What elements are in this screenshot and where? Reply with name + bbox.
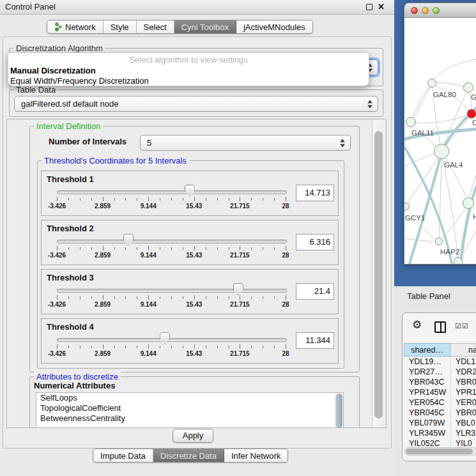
threshold-value-field[interactable]: 11.344 (296, 332, 334, 349)
cell-shared-name: YBL079W (409, 418, 450, 427)
slider-thumb[interactable] (185, 185, 195, 197)
threshold-value-field[interactable]: 14.713 (296, 185, 334, 201)
slider-tick (217, 247, 218, 250)
slider-tick (194, 295, 195, 300)
vertical-scrollbar-track[interactable] (372, 119, 385, 427)
table-row[interactable]: YBR045CYBR0 (404, 408, 476, 418)
node-label: GAL4 (444, 161, 463, 169)
slider-tick (91, 296, 92, 299)
attribute-item[interactable]: TopologicalCoefficient (36, 403, 343, 413)
slider-tick-label: 9.144 (129, 203, 167, 210)
network-edge[interactable] (441, 151, 468, 203)
network-edge[interactable] (404, 238, 439, 242)
table-data-combobox[interactable]: galFiltered.sif default node (14, 96, 378, 112)
zoom-button[interactable] (433, 7, 440, 14)
network-edge[interactable] (411, 83, 432, 122)
algorithm-option[interactable]: Manual Discretization (8, 66, 369, 76)
tab-select[interactable]: Select (137, 20, 174, 33)
threshold-value-field[interactable]: 6.316 (296, 234, 334, 250)
table-row[interactable]: YPR145WYPR1 (404, 388, 476, 398)
slider-tick (57, 246, 58, 250)
num-intervals-value: 5 (147, 138, 151, 148)
column-header-name[interactable]: na (450, 343, 476, 357)
num-intervals-combobox[interactable]: 5 (140, 135, 351, 151)
network-canvas[interactable]: GAL80GACGAL11GAL4GCY1HHAP2 (404, 18, 476, 264)
table-row[interactable]: YBR043CYBR0 (404, 378, 476, 388)
network-node-gcy1[interactable] (404, 203, 410, 210)
apply-button[interactable]: Apply (173, 429, 213, 443)
slider-tick (148, 295, 149, 300)
slider-tick-label: 15.43 (175, 203, 213, 210)
bottom-tab-bar: Impute DataDiscretize DataInfer Network (93, 449, 288, 463)
attributes-group-title: Attributes to discretize (34, 372, 121, 381)
gear-icon[interactable]: ⚙ (412, 319, 422, 330)
slider-track[interactable] (57, 289, 287, 293)
slider-track[interactable] (57, 190, 287, 194)
horizontal-scrollbar-track[interactable] (404, 447, 476, 456)
network-edge[interactable] (432, 82, 468, 88)
network-node-gal80[interactable] (428, 79, 436, 88)
horizontal-scrollbar-thumb[interactable] (406, 449, 473, 454)
network-node-c[interactable] (467, 109, 476, 118)
list-scrollbar[interactable] (335, 394, 342, 428)
slider-tick-label: 15.43 (175, 252, 213, 259)
table-row[interactable]: YLR345WYLR3 (404, 429, 476, 439)
network-node-gal11[interactable] (406, 118, 416, 127)
vertical-scrollbar-thumb[interactable] (374, 131, 383, 418)
table-row[interactable]: YER054CYER0 (404, 398, 476, 408)
cell-shared-name: YBR043C (409, 378, 450, 387)
checkboxes-icon[interactable]: ☑☑ (455, 322, 469, 330)
tab-style[interactable]: Style (104, 20, 137, 33)
slider-tick-label: 28 (266, 203, 305, 210)
slider-tick (114, 247, 115, 250)
tab-discretize-data[interactable]: Discretize Data (153, 449, 224, 462)
close-icon[interactable]: ✕ (378, 2, 385, 12)
slider-tick (183, 198, 183, 201)
tab-impute-data[interactable]: Impute Data (93, 449, 153, 462)
slider-tick (263, 346, 263, 348)
threshold-value-field[interactable]: 21.4 (296, 283, 334, 300)
slider-thumb[interactable] (160, 332, 170, 344)
minimize-button[interactable] (422, 7, 429, 14)
slider-tick (274, 247, 275, 250)
algorithm-option[interactable]: Equal Width/Frequency Discretization (8, 76, 369, 86)
slider-thumb[interactable] (233, 283, 243, 295)
slider-thumb[interactable] (123, 234, 134, 246)
cell-name: YBR0 (456, 378, 476, 387)
columns-icon[interactable] (434, 321, 446, 333)
table-row[interactable]: YBL079WYBL0 (404, 418, 476, 429)
tab-network[interactable]: Network (47, 20, 104, 33)
slider-tick (125, 346, 126, 348)
network-node-h[interactable] (463, 198, 474, 209)
slider-tick (194, 197, 195, 201)
table-row[interactable]: YDL19…YDL1 (404, 357, 476, 367)
network-node[interactable] (454, 257, 463, 264)
network-edge-highlighted[interactable] (461, 185, 476, 264)
cell-shared-name: YBR045C (409, 408, 450, 417)
network-node-hap2[interactable] (436, 238, 443, 245)
network-edge[interactable] (432, 59, 476, 83)
numerical-attributes-label: Numerical Attributes (34, 381, 115, 390)
threshold-panel: Threshold 1-3.4262.8599.14415.4321.71528… (41, 171, 339, 216)
table-row[interactable]: YDR27…YDR2 (404, 367, 476, 378)
close-button[interactable] (411, 7, 418, 14)
slider-tick (114, 198, 115, 201)
slider-track[interactable] (57, 338, 287, 342)
network-node-ga[interactable] (464, 83, 473, 93)
slider-tick (125, 296, 126, 299)
tab-jactivemnodules[interactable]: jActiveMNodules (236, 20, 312, 33)
threshold-panel: Threshold 2-3.4262.8599.14415.4321.71528… (41, 220, 339, 265)
table-row[interactable]: YIL052CYIL0 (404, 439, 476, 446)
slider-track[interactable] (57, 240, 287, 243)
attribute-item[interactable]: SelfLoops (36, 393, 343, 403)
slider-tick (206, 247, 206, 250)
network-edge-highlighted[interactable] (410, 151, 441, 264)
network-node-gal4[interactable] (434, 144, 449, 159)
tab-cyni-toolbox[interactable]: Cyni Toolbox (174, 20, 236, 33)
column-header-shared[interactable]: shared… (404, 343, 450, 357)
attribute-item[interactable]: BetweennessCentrality (36, 413, 343, 424)
slider-tick (229, 346, 229, 348)
tab-infer-network[interactable]: Infer Network (224, 449, 288, 462)
float-window-icon[interactable] (366, 4, 372, 10)
network-window: GAL80GACGAL11GAL4GCY1HHAP2 (404, 3, 476, 265)
